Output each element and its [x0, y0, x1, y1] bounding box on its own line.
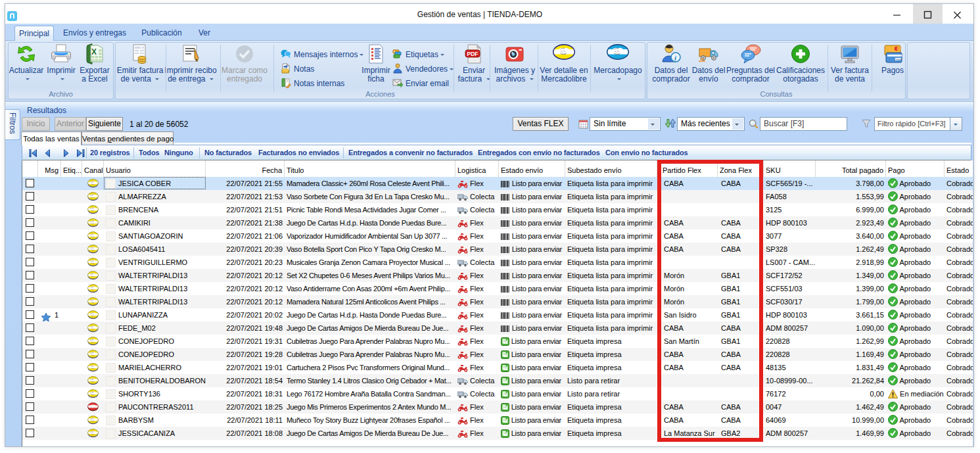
svg-text:VISA: VISA — [896, 59, 902, 61]
svg-text:X: X — [91, 47, 97, 57]
svg-text:PDF: PDF — [467, 51, 478, 57]
